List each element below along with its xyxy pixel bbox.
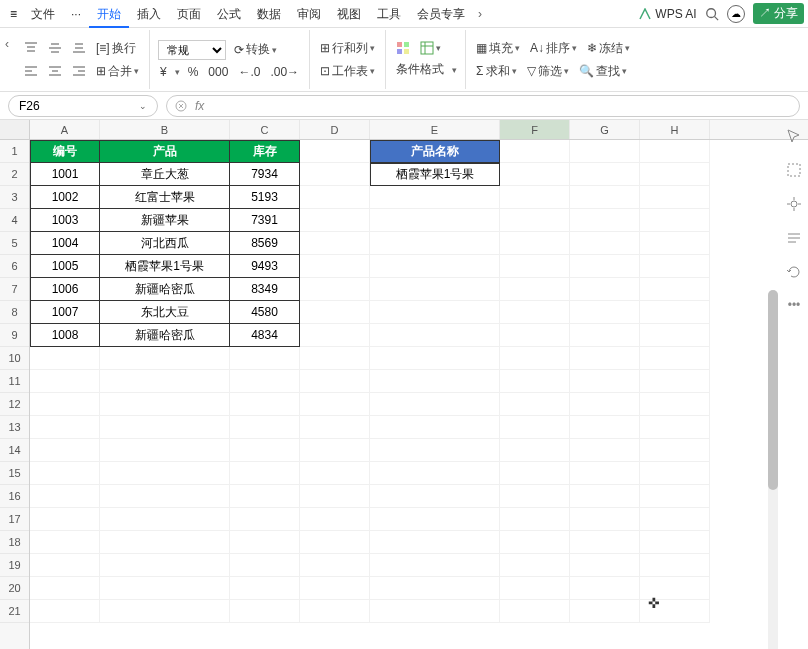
cell[interactable] <box>370 577 500 600</box>
wps-ai-button[interactable]: WPS AI <box>639 7 696 21</box>
cell[interactable] <box>640 255 710 278</box>
tab-tools[interactable]: 工具 <box>369 0 409 28</box>
cell[interactable] <box>300 278 370 301</box>
cell[interactable] <box>300 186 370 209</box>
cell[interactable] <box>500 209 570 232</box>
cell[interactable]: 红富士苹果 <box>100 186 230 209</box>
decrease-decimal-button[interactable]: ←.0 <box>236 64 262 80</box>
cell[interactable] <box>300 301 370 324</box>
cell[interactable] <box>370 439 500 462</box>
name-box-dropdown-icon[interactable]: ⌄ <box>139 101 147 111</box>
cell[interactable] <box>500 278 570 301</box>
fx-icon[interactable]: fx <box>195 99 204 113</box>
cell[interactable] <box>640 416 710 439</box>
cell[interactable] <box>500 554 570 577</box>
cell[interactable]: 1002 <box>30 186 100 209</box>
cell[interactable]: 1004 <box>30 232 100 255</box>
cell[interactable] <box>300 163 370 186</box>
row-header[interactable]: 18 <box>0 531 29 554</box>
cell[interactable] <box>570 140 640 163</box>
cursor-tool-icon[interactable] <box>786 128 802 144</box>
cell[interactable] <box>30 600 100 623</box>
cell[interactable] <box>230 577 300 600</box>
cell[interactable] <box>100 577 230 600</box>
cell[interactable] <box>570 209 640 232</box>
cell[interactable] <box>500 439 570 462</box>
cell[interactable] <box>570 577 640 600</box>
tab-page[interactable]: 页面 <box>169 0 209 28</box>
cell[interactable] <box>370 416 500 439</box>
cell[interactable] <box>30 554 100 577</box>
row-header[interactable]: 16 <box>0 485 29 508</box>
cell[interactable]: 1001 <box>30 163 100 186</box>
cell[interactable] <box>100 370 230 393</box>
column-header[interactable]: C <box>230 120 300 139</box>
cell[interactable] <box>370 209 500 232</box>
merge-cells-button[interactable]: ⊞ 合并 ▾ <box>94 62 141 81</box>
cell[interactable] <box>300 439 370 462</box>
select-tool-icon[interactable] <box>786 162 802 178</box>
cell[interactable] <box>500 508 570 531</box>
column-header[interactable]: F <box>500 120 570 139</box>
cell[interactable] <box>100 554 230 577</box>
row-header[interactable]: 7 <box>0 278 29 301</box>
tab-formula[interactable]: 公式 <box>209 0 249 28</box>
backup-tool-icon[interactable] <box>786 264 802 280</box>
cell[interactable] <box>300 347 370 370</box>
cell[interactable] <box>570 278 640 301</box>
select-all-corner[interactable] <box>0 120 29 140</box>
tab-vip[interactable]: 会员专享 <box>409 0 473 28</box>
cell[interactable] <box>370 278 500 301</box>
cell[interactable] <box>30 370 100 393</box>
cell[interactable] <box>640 324 710 347</box>
cell[interactable] <box>500 531 570 554</box>
more-menu[interactable]: ··· <box>63 0 89 28</box>
row-header[interactable]: 1 <box>0 140 29 163</box>
cell[interactable] <box>300 393 370 416</box>
cell[interactable] <box>300 508 370 531</box>
column-header[interactable]: E <box>370 120 500 139</box>
scrollbar-thumb[interactable] <box>768 290 778 490</box>
cell[interactable] <box>570 255 640 278</box>
cell[interactable]: 8569 <box>230 232 300 255</box>
cell[interactable] <box>640 554 710 577</box>
align-top-icon[interactable] <box>22 40 40 56</box>
cell[interactable] <box>230 347 300 370</box>
row-header[interactable]: 4 <box>0 209 29 232</box>
freeze-button[interactable]: ❄ 冻结 ▾ <box>585 39 632 58</box>
cell[interactable] <box>370 462 500 485</box>
row-header[interactable]: 17 <box>0 508 29 531</box>
cell[interactable]: 7934 <box>230 163 300 186</box>
row-header[interactable]: 3 <box>0 186 29 209</box>
cell[interactable]: 9493 <box>230 255 300 278</box>
row-header[interactable]: 6 <box>0 255 29 278</box>
cell[interactable] <box>570 416 640 439</box>
cell[interactable] <box>500 232 570 255</box>
cell[interactable] <box>100 531 230 554</box>
cell[interactable] <box>570 531 640 554</box>
thousand-button[interactable]: 000 <box>206 64 230 80</box>
align-center-icon[interactable] <box>46 63 64 79</box>
cell[interactable] <box>300 209 370 232</box>
cell[interactable] <box>100 508 230 531</box>
cell[interactable] <box>640 577 710 600</box>
percent-button[interactable]: % <box>186 64 201 80</box>
cell[interactable] <box>100 393 230 416</box>
tab-review[interactable]: 审阅 <box>289 0 329 28</box>
cell[interactable]: 4580 <box>230 301 300 324</box>
row-header[interactable]: 21 <box>0 600 29 623</box>
cell[interactable] <box>640 232 710 255</box>
column-header[interactable]: B <box>100 120 230 139</box>
cell[interactable] <box>370 554 500 577</box>
cell[interactable] <box>640 163 710 186</box>
cell[interactable] <box>300 416 370 439</box>
cell[interactable] <box>30 508 100 531</box>
share-button[interactable]: ↗ 分享 <box>753 3 804 24</box>
worksheet-button[interactable]: ⊡ 工作表 ▾ <box>318 62 377 81</box>
cancel-formula-icon[interactable] <box>175 100 187 112</box>
cell[interactable] <box>570 508 640 531</box>
cell[interactable] <box>640 140 710 163</box>
more-tools-icon[interactable]: ••• <box>788 298 801 312</box>
tab-insert[interactable]: 插入 <box>129 0 169 28</box>
cell[interactable]: 1007 <box>30 301 100 324</box>
